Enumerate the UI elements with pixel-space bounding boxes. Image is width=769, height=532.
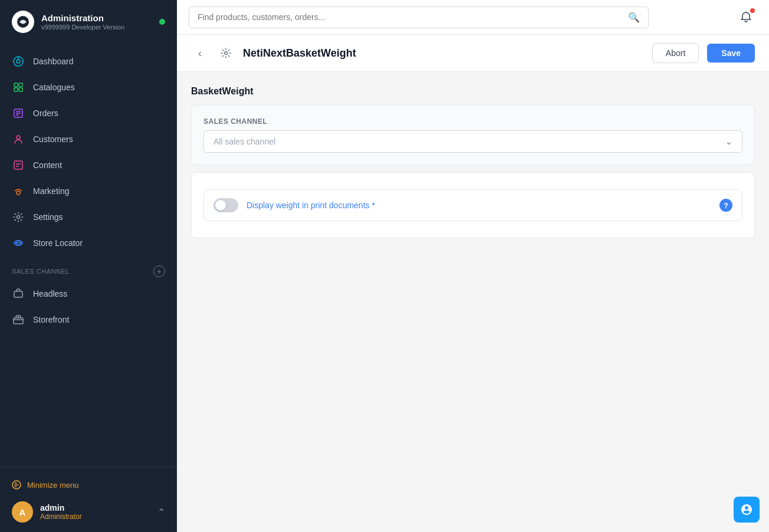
sales-channel-section: Sales Channel + bbox=[0, 256, 177, 281]
sidebar-item-marketing[interactable]: Marketing bbox=[0, 178, 177, 204]
sidebar-item-catalogues-label: Catalogues bbox=[33, 83, 75, 92]
save-button[interactable]: Save bbox=[707, 44, 755, 63]
sales-channel-field-label: Sales Channel bbox=[203, 117, 742, 126]
user-expand-button[interactable]: ⌃ bbox=[157, 507, 165, 518]
sidebar-item-headless-label: Headless bbox=[33, 289, 67, 298]
status-indicator bbox=[159, 19, 165, 25]
sidebar-item-settings-label: Settings bbox=[33, 212, 63, 222]
sidebar: Administration v9999999 Developer Versio… bbox=[0, 0, 177, 532]
marketing-icon bbox=[12, 185, 25, 198]
sidebar-footer: Minimize menu A admin Administrator ⌃ bbox=[0, 467, 177, 532]
minimize-menu-button[interactable]: Minimize menu bbox=[12, 477, 165, 493]
search-input[interactable] bbox=[198, 12, 623, 22]
svg-point-17 bbox=[17, 216, 20, 219]
orders-icon bbox=[12, 107, 25, 120]
sidebar-item-headless[interactable]: Headless bbox=[0, 281, 177, 307]
sidebar-item-catalogues[interactable]: Catalogues bbox=[0, 74, 177, 100]
toggle-knob bbox=[215, 200, 226, 211]
minimize-menu-label: Minimize menu bbox=[27, 481, 78, 490]
svg-rect-5 bbox=[19, 83, 22, 87]
sidebar-item-settings[interactable]: Settings bbox=[0, 204, 177, 230]
sidebar-item-store-locator[interactable]: Store Locator bbox=[0, 230, 177, 256]
user-role: Administrator bbox=[40, 513, 82, 521]
back-button[interactable]: ‹ bbox=[191, 44, 209, 62]
svg-point-24 bbox=[225, 52, 228, 55]
section-title: BasketWeight bbox=[191, 86, 755, 97]
sidebar-item-marketing-label: Marketing bbox=[33, 186, 69, 196]
svg-rect-6 bbox=[14, 88, 18, 91]
sidebar-item-orders-label: Orders bbox=[33, 109, 58, 118]
page-header: ‹ NetiNextBasketWeight Abort Save bbox=[177, 35, 769, 72]
svg-rect-7 bbox=[19, 88, 22, 91]
app-version: v9999999 Developer Version bbox=[41, 24, 124, 31]
user-row: A admin Administrator ⌃ bbox=[12, 501, 165, 523]
abort-button[interactable]: Abort bbox=[652, 43, 699, 63]
sidebar-header: Administration v9999999 Developer Versio… bbox=[0, 0, 177, 44]
page-title: NetiNextBasketWeight bbox=[243, 47, 644, 60]
app-title: Administration bbox=[41, 13, 124, 24]
dashboard-icon bbox=[12, 55, 25, 68]
search-box: 🔍 bbox=[189, 6, 649, 28]
display-weight-card: Display weight in print documents * ? bbox=[191, 172, 755, 238]
svg-point-12 bbox=[17, 136, 20, 139]
sidebar-item-storefront[interactable]: Storefront bbox=[0, 307, 177, 333]
sidebar-item-customers[interactable]: Customers bbox=[0, 126, 177, 152]
sales-channel-label: Sales Channel bbox=[12, 268, 70, 275]
display-weight-toggle[interactable] bbox=[213, 198, 238, 212]
sales-channel-card: Sales Channel All sales channel ⌄ bbox=[191, 105, 755, 165]
sales-channel-value: All sales channel bbox=[213, 137, 275, 146]
display-weight-label: Display weight in print documents * bbox=[247, 201, 711, 210]
help-icon[interactable]: ? bbox=[719, 199, 732, 212]
add-sales-channel-button[interactable]: + bbox=[153, 265, 165, 277]
content-icon bbox=[12, 159, 25, 172]
search-icon: 🔍 bbox=[628, 12, 640, 23]
sidebar-item-storefront-label: Storefront bbox=[33, 315, 69, 324]
sidebar-nav: Dashboard Catalogues bbox=[0, 44, 177, 467]
svg-point-2 bbox=[17, 60, 20, 63]
svg-rect-13 bbox=[14, 161, 22, 169]
sales-channel-select-wrapper: All sales channel ⌄ bbox=[203, 130, 742, 153]
user-avatar: A bbox=[12, 501, 33, 523]
sidebar-item-store-locator-label: Store Locator bbox=[33, 238, 83, 248]
storefront-icon bbox=[12, 313, 25, 326]
notification-badge bbox=[750, 8, 755, 13]
svg-rect-21 bbox=[14, 291, 22, 297]
app-logo bbox=[12, 11, 34, 33]
svg-rect-4 bbox=[14, 83, 18, 87]
sidebar-item-content[interactable]: Content bbox=[0, 152, 177, 178]
svg-point-16 bbox=[17, 191, 20, 195]
chevron-down-icon: ⌄ bbox=[725, 137, 732, 146]
sidebar-item-orders[interactable]: Orders bbox=[0, 100, 177, 126]
user-name: admin bbox=[40, 503, 82, 513]
display-weight-row: Display weight in print documents * ? bbox=[203, 189, 742, 221]
sidebar-item-dashboard[interactable]: Dashboard bbox=[0, 48, 177, 74]
store-locator-icon bbox=[12, 237, 25, 249]
headless-icon bbox=[12, 287, 25, 300]
topbar: 🔍 bbox=[177, 0, 769, 35]
main-area: 🔍 ‹ NetiNextBasketWeight Abort Save Bask… bbox=[177, 0, 769, 532]
sidebar-item-content-label: Content bbox=[33, 160, 62, 170]
sidebar-item-dashboard-label: Dashboard bbox=[33, 57, 74, 66]
page-settings-button[interactable] bbox=[217, 44, 235, 62]
customers-icon bbox=[12, 133, 25, 146]
notification-button[interactable] bbox=[735, 6, 757, 28]
settings-icon bbox=[12, 211, 25, 224]
sidebar-item-customers-label: Customers bbox=[33, 134, 73, 144]
shopware-icon[interactable] bbox=[734, 497, 760, 523]
content-area: BasketWeight Sales Channel All sales cha… bbox=[177, 72, 769, 532]
catalogues-icon bbox=[12, 81, 25, 94]
svg-rect-22 bbox=[14, 318, 23, 324]
sales-channel-select[interactable]: All sales channel ⌄ bbox=[203, 130, 742, 153]
